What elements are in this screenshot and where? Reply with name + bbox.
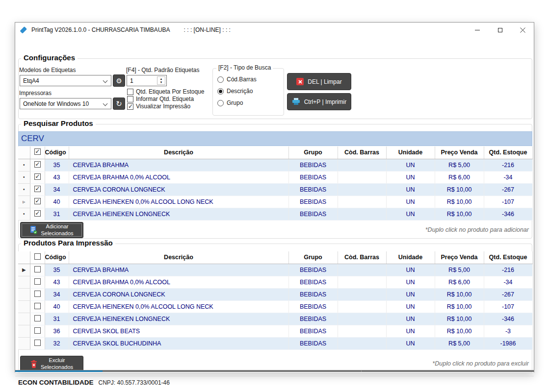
close-button[interactable] [511,23,534,37]
row-checkbox-cell[interactable] [30,313,45,325]
table-row[interactable]: ▹40CERVEJA HEINEKEN 0,0% ALCOOL LONG NEC… [18,196,532,208]
modelos-combobox[interactable]: EtqA4 [20,75,111,86]
label-settings-button[interactable]: ⚙ [113,74,125,87]
header-qtd-estoque[interactable]: Qtd. Estoque [484,147,532,159]
checkbox-icon[interactable] [127,96,133,102]
row-checkbox[interactable] [34,340,41,346]
row-checkbox[interactable] [34,266,41,272]
cell-preco-venda: R$ 10,00 [435,183,484,196]
row-checkbox-cell[interactable] [30,288,45,300]
header-select-all[interactable] [30,251,45,264]
cell-cod-barras [338,313,386,325]
table-row[interactable]: 40CERVEJA HEINEKEN 0,0% ALCOOL LONG NECK… [18,300,532,313]
checkbox-qtd-estoque[interactable]: Qtd. Etiqueta Por Estoque [127,88,204,95]
table-row[interactable]: 31CERVEJA HEINEKEN LONGNECKBEBIDASUNR$ 1… [18,313,532,325]
refresh-printers-button[interactable]: ↻ [113,98,125,110]
spinner-arrows[interactable]: ▲ ▼ [157,76,165,85]
header-qtd-estoque[interactable]: Qtd. Estoque [484,251,532,264]
radio-grupo[interactable]: Grupo [217,99,243,106]
row-checkbox[interactable] [34,186,41,192]
header-codigo[interactable]: Código△ [45,251,69,264]
row-checkbox[interactable] [34,198,41,204]
table-row[interactable]: 36CERVEJA SKOL BEATSBEBIDASUNR$ 10,00-3 [18,325,532,337]
close-icon [520,27,525,33]
select-all-checkbox[interactable] [34,148,41,155]
impressoras-label: Impressoras [19,90,52,97]
row-checkbox[interactable] [34,173,41,180]
row-checkbox[interactable] [34,327,41,334]
row-checkbox-cell[interactable] [30,171,45,183]
header-descricao[interactable]: Descrição [69,251,288,264]
adicionar-hint: *Duplo click no produto para adicionar [425,226,529,233]
minimize-button[interactable] [466,23,489,37]
radio-cod-barras[interactable]: Cód.Barras [217,76,257,83]
row-checkbox[interactable] [34,315,41,321]
header-descricao[interactable]: Descrição [69,147,288,159]
header-preco-venda[interactable]: Preço Venda [435,251,484,264]
header-select-all[interactable] [30,147,45,159]
cell-codigo: 40 [45,196,69,208]
adicionar-selecionados-button[interactable]: Adicionar Selecionados [20,222,83,238]
row-checkbox[interactable] [34,303,41,309]
table-row[interactable]: •34CERVEJA CORONA LONGNECKBEBIDASUNR$ 10… [18,183,532,196]
cell-descricao: CERVEJA BRAHMA 0,0% ALCOOL [69,171,288,183]
table-row[interactable]: 43CERVEJA BRAHMA 0,0% ALCOOLBEBIDASUNR$ … [18,276,532,288]
row-checkbox-cell[interactable] [30,337,45,349]
configuracoes-title: Configurações [21,53,78,62]
row-checkbox-cell[interactable] [30,325,45,337]
radio-icon[interactable] [217,100,224,106]
header-cod-barras[interactable]: Còd. Barras [338,147,386,159]
table-row[interactable]: •43CERVEJA BRAHMA 0,0% ALCOOLBEBIDASUNR$… [18,171,532,183]
row-checkbox-cell[interactable] [30,159,45,171]
header-grupo[interactable]: Grupo [288,147,338,159]
checkbox-visualizar[interactable]: Visualizar Impressão [127,103,190,110]
refresh-icon: ↻ [116,99,122,108]
table-row[interactable]: •35CERVEJA BRAHMABEBIDASUNR$ 5,00-216 [18,159,532,171]
row-indicator: • [18,171,30,183]
header-codigo[interactable]: Código△ [45,147,69,159]
row-checkbox-cell[interactable] [30,196,45,208]
search-input[interactable]: CERV [18,131,532,146]
table-row[interactable]: ▶35CERVEJA BRAHMABEBIDASUNR$ 5,00-216 [18,264,532,276]
radio-icon[interactable] [217,76,224,83]
checkbox-icon[interactable] [127,103,133,110]
limpar-button[interactable]: DEL | Limpar [287,73,351,90]
radio-descricao[interactable]: Descrição [217,88,253,95]
select-all-checkbox[interactable] [34,253,41,260]
row-checkbox[interactable] [34,210,41,217]
header-preco-venda[interactable]: Preço Venda [435,147,484,159]
row-checkbox-cell[interactable] [30,208,45,220]
qtd-padrao-label: [F4] - Qtd. Padrão Etiquetas [126,67,199,74]
checkbox-icon[interactable] [127,89,133,95]
app-tag-icon [20,26,27,34]
row-indicator: • [18,159,30,171]
row-checkbox[interactable] [34,278,41,285]
row-checkbox-cell[interactable] [30,264,45,276]
cell-cod-barras [338,288,386,300]
checkbox-informar-qtd[interactable]: Informar Qtd. Etiqueta [127,96,194,102]
header-unidade[interactable]: Unidade [386,147,435,159]
table-row[interactable]: •31CERVEJA HEINEKEN LONGNECKBEBIDASUNR$ … [18,208,532,220]
row-checkbox-cell[interactable] [30,276,45,288]
maximize-button[interactable] [489,23,511,37]
imprimir-button[interactable]: Ctrl+P | Imprimir [287,93,351,110]
row-indicator: ▶ [18,264,30,276]
table-row[interactable]: 34CERVEJA CORONA LONGNECKBEBIDASUNR$ 10,… [18,288,532,300]
cell-unidade: UN [386,196,435,208]
header-unidade[interactable]: Unidade [386,251,435,264]
qtd-padrao-value: 1 [130,77,133,84]
qtd-padrao-spinner[interactable]: 1 ▲ ▼ [127,75,167,86]
header-cod-barras[interactable]: Còd. Barras [338,251,386,264]
cell-cod-barras [338,325,386,337]
row-checkbox-cell[interactable] [30,183,45,196]
spinner-up-icon[interactable]: ▲ [157,77,165,81]
table-row[interactable]: 32CERVEJA SKOL BUCHUDINHABEBIDASUNR$ 5,0… [18,337,532,349]
chevron-down-icon [103,101,108,106]
impressoras-combobox[interactable]: OneNote for Windows 10 [20,98,111,109]
radio-icon[interactable] [217,88,224,95]
row-checkbox-cell[interactable] [30,300,45,313]
row-checkbox[interactable] [34,161,41,168]
spinner-down-icon[interactable]: ▼ [157,81,165,85]
row-checkbox[interactable] [34,291,41,297]
header-grupo[interactable]: Grupo [288,251,338,264]
